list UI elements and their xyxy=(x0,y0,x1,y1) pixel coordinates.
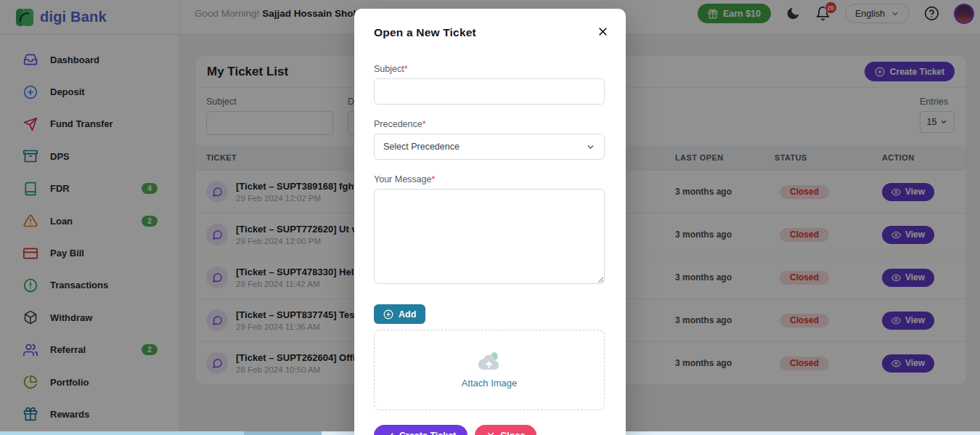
close-icon[interactable] xyxy=(596,25,610,38)
message-label: Your Message* xyxy=(374,174,605,184)
precedence-selected-value: Select Precedence xyxy=(383,142,460,152)
subject-input[interactable] xyxy=(374,78,605,105)
check-icon xyxy=(385,431,394,435)
modal-create-ticket-button[interactable]: Create Ticket xyxy=(374,425,467,435)
cloud-upload-icon xyxy=(477,351,502,372)
precedence-label: Precedence* xyxy=(374,119,605,129)
attach-image-dropzone[interactable]: Attach Image xyxy=(374,330,605,410)
x-icon xyxy=(486,431,495,435)
required-asterisk: * xyxy=(404,64,408,74)
app-window: digi Bank Dashboard Deposit Fund Transfe… xyxy=(0,0,980,435)
message-textarea[interactable] xyxy=(374,189,605,284)
open-ticket-modal: Open a New Ticket Subject* Precedence* S… xyxy=(354,9,626,435)
add-button[interactable]: Add xyxy=(374,304,425,324)
attach-image-label: Attach Image xyxy=(462,378,518,389)
required-asterisk: * xyxy=(431,174,435,184)
modal-close-button[interactable]: Close xyxy=(475,425,536,435)
chevron-down-icon xyxy=(586,142,595,152)
plus-circle-icon xyxy=(383,309,393,320)
required-asterisk: * xyxy=(422,119,426,129)
modal-title: Open a New Ticket xyxy=(374,26,605,39)
precedence-select[interactable]: Select Precedence xyxy=(374,134,605,160)
subject-label: Subject* xyxy=(374,64,605,74)
